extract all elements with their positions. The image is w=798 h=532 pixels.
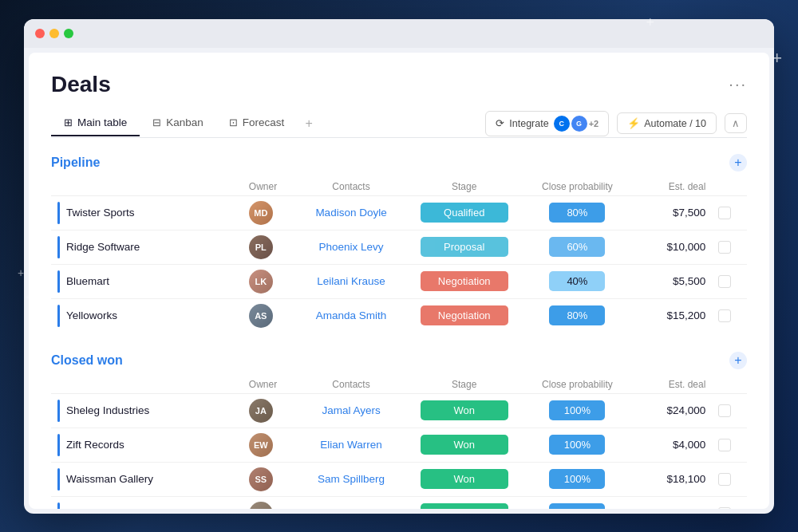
owner-cell: PL <box>243 230 294 264</box>
contact-link[interactable]: Jamal Ayers <box>322 404 380 416</box>
row-checkbox[interactable] <box>718 241 731 254</box>
company-cell: Waissman Gallery <box>51 462 243 496</box>
col-owner: Owner <box>243 178 294 196</box>
titlebar <box>24 19 774 48</box>
traffic-lights <box>35 29 73 38</box>
add-closed-won-button[interactable]: + <box>729 352 747 369</box>
tab-main-table[interactable]: ⊞ Main table <box>51 110 140 136</box>
avatar: AS <box>249 304 273 328</box>
contact-cell: Hannah Gluck <box>294 496 408 509</box>
automate-label: Automate / 10 <box>644 118 706 129</box>
deal-value: $15,200 <box>667 309 706 321</box>
probability-cell: 60% <box>521 230 634 264</box>
owner-cell: LK <box>243 264 294 298</box>
probability-cell: 100% <box>521 462 634 496</box>
contact-link[interactable]: Amanda Smith <box>316 309 387 321</box>
col-deal: Est. deal <box>634 178 712 196</box>
col-company <box>51 178 243 196</box>
minimize-button[interactable] <box>49 29 59 38</box>
closed-won-header: Closed won + <box>51 352 747 369</box>
avatar: LK <box>249 270 273 294</box>
tab-actions: ⟳ Integrate C G +2 ⚡ Automate / 10 ∧ <box>485 111 747 136</box>
contact-link[interactable]: Hannah Gluck <box>317 507 385 509</box>
probability-badge: 100% <box>549 469 605 489</box>
main-table-icon: ⊞ <box>64 116 73 128</box>
stage-cell: Won <box>408 428 521 462</box>
contact-link[interactable]: Leilani Krause <box>317 275 385 287</box>
stage-badge: Qualified <box>421 203 508 223</box>
contact-link[interactable]: Sam Spillberg <box>318 473 385 485</box>
company-cell: Bluemart <box>51 264 243 298</box>
owner-cell: MD <box>243 195 294 230</box>
star-left-icon: + <box>18 266 24 279</box>
deal-cell: $5,800 <box>634 496 712 509</box>
table-row: Ridge Software PL Phoenix Levy Proposal … <box>51 230 747 264</box>
logo-c-icon: C <box>554 116 570 132</box>
probability-badge: 80% <box>549 203 605 223</box>
integrate-button[interactable]: ⟳ Integrate C G +2 <box>485 111 609 136</box>
integrate-label: Integrate <box>509 118 548 129</box>
deal-value: $5,500 <box>673 275 705 287</box>
cw-col-deal: Est. deal <box>634 376 712 394</box>
row-checkbox[interactable] <box>718 473 731 486</box>
app-window: Deals ··· ⊞ Main table ⊟ Kanban ⊡ Foreca… <box>24 19 774 514</box>
deal-value: $24,000 <box>667 404 706 416</box>
cw-col-stage: Stage <box>408 376 521 394</box>
deal-cell: $5,500 <box>634 264 712 298</box>
stage-badge: Negotiation <box>421 271 508 291</box>
deal-value: $10,000 <box>667 241 706 253</box>
table-row: Bluemart LK Leilani Krause Negotiation 4… <box>51 264 747 298</box>
row-action-cell <box>712 298 747 333</box>
probability-cell: 80% <box>521 298 634 333</box>
tab-bar: ⊞ Main table ⊟ Kanban ⊡ Forecast + ⟳ Int… <box>51 110 747 138</box>
probability-badge: 40% <box>549 271 605 291</box>
stage-badge: Won <box>421 435 508 455</box>
tab-kanban[interactable]: ⊟ Kanban <box>140 110 216 136</box>
probability-cell: 100% <box>521 496 634 509</box>
stage-badge: Won <box>421 503 508 509</box>
tab-forecast[interactable]: ⊡ Forecast <box>216 110 298 136</box>
avatar: MD <box>249 201 273 225</box>
contact-cell: Leilani Krause <box>294 264 408 298</box>
avatar: JA <box>249 399 273 423</box>
chevron-icon: ∧ <box>732 117 740 129</box>
add-pipeline-button[interactable]: + <box>729 154 747 171</box>
company-cell: SFF Cruise <box>51 496 243 509</box>
chevron-up-button[interactable]: ∧ <box>725 113 747 133</box>
row-checkbox[interactable] <box>718 507 731 509</box>
contact-link[interactable]: Phoenix Levy <box>319 241 384 253</box>
company-bar <box>57 270 60 293</box>
contact-cell: Elian Warren <box>294 428 408 462</box>
more-options-button[interactable]: ··· <box>729 75 747 93</box>
contact-link[interactable]: Elian Warren <box>320 439 382 451</box>
row-action-cell <box>712 264 747 298</box>
company-cell: Sheleg Industries <box>51 393 243 428</box>
company-name: Twister Sports <box>66 207 135 219</box>
probability-cell: 80% <box>521 195 634 230</box>
table-row: Yelloworks AS Amanda Smith Negotiation 8… <box>51 298 747 333</box>
row-checkbox[interactable] <box>718 207 731 219</box>
deal-cell: $24,000 <box>634 393 712 428</box>
contact-cell: Phoenix Levy <box>294 230 408 264</box>
stage-cell: Won <box>408 462 521 496</box>
company-bar <box>57 468 60 491</box>
contact-link[interactable]: Madison Doyle <box>315 207 386 219</box>
deal-cell: $10,000 <box>634 230 712 264</box>
close-button[interactable] <box>35 29 45 38</box>
avatar: EW <box>249 433 273 457</box>
cw-col-contacts: Contacts <box>294 376 408 394</box>
row-action-cell <box>712 393 747 428</box>
automate-button[interactable]: ⚡ Automate / 10 <box>617 112 717 134</box>
table-row: SFF Cruise HG Hannah Gluck Won 100% $5,8… <box>51 496 747 509</box>
stage-badge: Won <box>421 400 508 420</box>
add-tab-button[interactable]: + <box>297 110 320 137</box>
row-checkbox[interactable] <box>718 404 731 417</box>
row-checkbox[interactable] <box>718 275 731 288</box>
stage-cell: Negotiation <box>408 264 521 298</box>
row-checkbox[interactable] <box>718 309 731 322</box>
row-action-cell <box>712 230 747 264</box>
row-checkbox[interactable] <box>718 439 731 451</box>
closed-won-title: Closed won <box>51 353 123 368</box>
col-contacts: Contacts <box>294 178 408 196</box>
maximize-button[interactable] <box>64 29 73 38</box>
